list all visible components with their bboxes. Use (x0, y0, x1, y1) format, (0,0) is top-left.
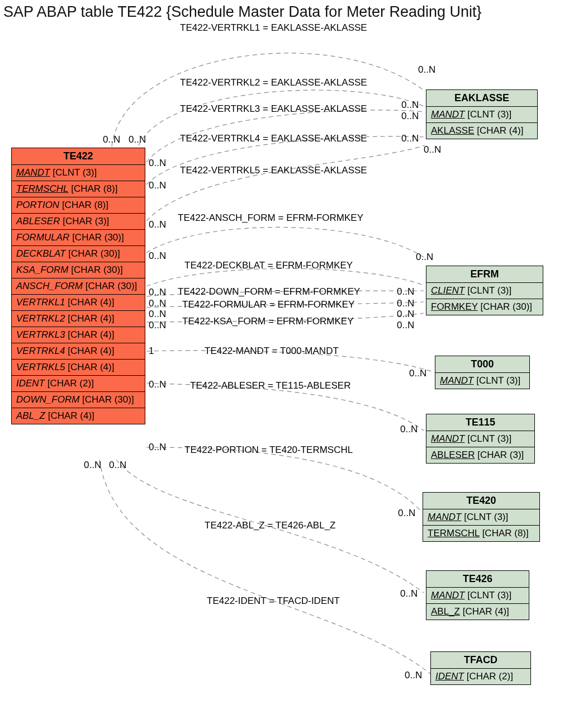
cardinality: 0..N (405, 670, 422, 681)
cardinality: 0..N (149, 309, 166, 320)
diagram-title: SAP ABAP table TE422 {Schedule Master Da… (0, 3, 588, 21)
table-row: PORTION [CHAR (8)] (12, 197, 145, 214)
table-row: TERMSCHL [CHAR (8)] (423, 526, 539, 541)
table-row: MANDT [CLNT (3)] (435, 373, 529, 389)
entity-te426: TE426 MANDT [CLNT (3)] ABL_Z [CHAR (4)] (426, 570, 529, 620)
cardinality: 0..N (401, 100, 419, 111)
entity-eaklasse-header: EAKLASSE (426, 90, 537, 107)
cardinality: 0..N (149, 287, 166, 298)
entity-te420-header: TE420 (423, 493, 539, 509)
table-row: ABLESER [CHAR (3)] (426, 447, 534, 463)
cardinality: 0..N (149, 442, 166, 453)
cardinality: 0..N (149, 320, 166, 331)
relation-label: TE422-MANDT = T000-MANDT (205, 346, 339, 357)
cardinality: 0..N (398, 508, 415, 519)
table-row: ANSCH_FORM [CHAR (30)] (12, 278, 145, 295)
table-row: DOWN_FORM [CHAR (30)] (12, 392, 145, 408)
cardinality: 0..N (149, 219, 166, 230)
entity-tfacd: TFACD IDENT [CHAR (2)] (430, 651, 531, 685)
table-row: VERTRKL4 [CHAR (4)] (12, 343, 145, 360)
relation-label: TE422-ABL_Z = TE426-ABL_Z (205, 520, 336, 531)
relation-label: TE422-DECKBLAT = EFRM-FORMKEY (184, 260, 353, 271)
cardinality: 1 (149, 346, 154, 357)
cardinality: 0..N (397, 320, 414, 331)
cardinality: 0..N (149, 298, 166, 309)
table-row: ABL_Z [CHAR (4)] (12, 408, 145, 424)
table-row: MANDT [CLNT (3)] (12, 165, 145, 181)
cardinality: 0..N (149, 379, 166, 390)
relation-label: TE422-FORMULAR = EFRM-FORMKEY (182, 299, 354, 310)
relation-label: TE422-VERTRKL2 = EAKLASSE-AKLASSE (180, 77, 367, 88)
table-row: FORMKEY [CHAR (30)] (426, 299, 543, 315)
cardinality: 0..N (149, 251, 166, 262)
entity-efrm-header: EFRM (426, 266, 543, 283)
relation-label: TE422-VERTRKL3 = EAKLASSE-AKLASSE (180, 103, 367, 115)
relation-label: TE422-KSA_FORM = EFRM-FORMKEY (182, 316, 354, 327)
cardinality: 0..N (418, 64, 435, 75)
entity-tfacd-header: TFACD (431, 652, 530, 669)
table-row: MANDT [CLNT (3)] (426, 588, 529, 604)
table-row: DECKBLAT [CHAR (30)] (12, 246, 145, 262)
cardinality: 0..N (149, 158, 166, 169)
cardinality: 0..N (397, 286, 414, 297)
table-row: CLIENT [CLNT (3)] (426, 283, 543, 299)
table-row: IDENT [CHAR (2)] (12, 376, 145, 392)
cardinality: 0..N (103, 134, 120, 145)
table-row: ABLESER [CHAR (3)] (12, 214, 145, 230)
relation-label: TE422-IDENT = TFACD-IDENT (207, 596, 340, 607)
cardinality: 0..N (84, 460, 101, 471)
relation-label: TE422-VERTRKL4 = EAKLASSE-AKLASSE (180, 133, 367, 144)
relation-label: TE422-VERTRKL5 = EAKLASSE-AKLASSE (180, 165, 367, 176)
entity-t000-header: T000 (435, 356, 529, 373)
table-row: TERMSCHL [CHAR (8)] (12, 181, 145, 197)
table-row: FORMULAR [CHAR (30)] (12, 230, 145, 246)
cardinality: 0..N (109, 460, 126, 471)
table-row: KSA_FORM [CHAR (30)] (12, 262, 145, 278)
entity-te420: TE420 MANDT [CLNT (3)] TERMSCHL [CHAR (8… (423, 492, 540, 542)
entity-te422: TE422 MANDT [CLNT (3)] TERMSCHL [CHAR (8… (11, 148, 145, 424)
table-row: VERTRKL2 [CHAR (4)] (12, 311, 145, 327)
entity-te115-header: TE115 (426, 414, 534, 431)
entity-t000: T000 MANDT [CLNT (3)] (435, 356, 530, 389)
table-row: VERTRKL5 [CHAR (4)] (12, 360, 145, 376)
table-row: MANDT [CLNT (3)] (426, 107, 537, 123)
cardinality: 0..N (401, 133, 419, 144)
cardinality: 0..N (400, 588, 418, 599)
entity-te115: TE115 MANDT [CLNT (3)] ABLESER [CHAR (3)… (426, 414, 535, 464)
cardinality: 0..N (401, 111, 419, 122)
relation-label: TE422-VERTRKL1 = EAKLASSE-AKLASSE (180, 22, 367, 34)
cardinality: 0..N (416, 252, 433, 263)
relation-label: TE422-ANSCH_FORM = EFRM-FORMKEY (178, 212, 363, 224)
cardinality: 0..N (424, 144, 441, 155)
cardinality: 0..N (409, 368, 426, 379)
relation-label: TE422-PORTION = TE420-TERMSCHL (184, 445, 353, 456)
table-row: VERTRKL1 [CHAR (4)] (12, 295, 145, 311)
entity-efrm: EFRM CLIENT [CLNT (3)] FORMKEY [CHAR (30… (426, 266, 543, 315)
relation-label: TE422-DOWN_FORM = EFRM-FORMKEY (178, 286, 360, 297)
entity-te422-header: TE422 (12, 148, 145, 165)
cardinality: 0..N (149, 180, 166, 191)
cardinality: 0..N (129, 134, 146, 145)
table-row: IDENT [CHAR (2)] (431, 669, 530, 684)
table-row: ABL_Z [CHAR (4)] (426, 604, 529, 620)
cardinality: 0..N (397, 298, 414, 309)
table-row: MANDT [CLNT (3)] (423, 509, 539, 526)
cardinality: 0..N (400, 424, 418, 435)
entity-eaklasse: EAKLASSE MANDT [CLNT (3)] AKLASSE [CHAR … (426, 89, 538, 139)
relation-label: TE422-ABLESER = TE115-ABLESER (190, 380, 350, 391)
er-diagram: SAP ABAP table TE422 {Schedule Master Da… (0, 0, 588, 723)
table-row: MANDT [CLNT (3)] (426, 431, 534, 447)
cardinality: 0..N (397, 309, 414, 320)
table-row: VERTRKL3 [CHAR (4)] (12, 327, 145, 343)
table-row: AKLASSE [CHAR (4)] (426, 123, 537, 139)
entity-te426-header: TE426 (426, 571, 529, 588)
